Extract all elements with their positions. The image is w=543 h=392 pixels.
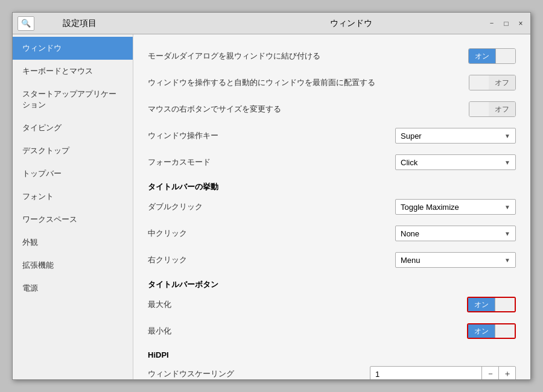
chevron-down-icon: ▼ [504, 204, 510, 210]
sidebar-item-label: 外観 [22, 238, 38, 247]
search-button[interactable]: 🔍 [17, 16, 34, 31]
minimize-btn-label: 最小化 [148, 326, 467, 337]
sidebar-item-label: デスクトップ [22, 146, 69, 155]
chevron-down-icon: ▼ [504, 133, 510, 139]
content-area: ウィンドウ キーボードとマウス スタートアップアプリケーション タイピング デス… [13, 34, 530, 379]
minimize-btn-off[interactable] [495, 324, 515, 338]
auto-raise-toggle[interactable]: オフ [469, 75, 516, 90]
right-click-value: Menu [401, 256, 421, 265]
sidebar-item-label: ワークスペース [22, 215, 77, 224]
modal-dialog-label: モーダルダイアログを親ウィンドウに結び付ける [148, 51, 468, 62]
sidebar-item-label: トップバー [22, 169, 62, 178]
window-controls: － □ × [487, 19, 526, 28]
focus-mode-label: フォーカスモード [148, 157, 395, 168]
sidebar-item-label: キーボードとマウス [22, 66, 93, 75]
right-btn-resize-toggle[interactable]: オフ [469, 101, 516, 117]
close-window-button[interactable]: × [516, 19, 526, 28]
scaling-increase-button[interactable]: ＋ [498, 366, 515, 379]
main-window: 🔍 設定項目 ウィンドウ － □ × ウィンドウ キーボードとマウス スタートア… [12, 12, 531, 380]
window-action-key-label: ウィンドウ操作キー [148, 130, 395, 141]
chevron-down-icon: ▼ [504, 159, 510, 166]
sidebar-item-font[interactable]: フォント [13, 185, 133, 208]
titlebar-buttons-header: タイトルバーボタン [148, 279, 516, 290]
sidebar-item-keyboard-mouse[interactable]: キーボードとマウス [13, 60, 133, 83]
sidebar-item-power[interactable]: 電源 [13, 277, 133, 300]
sidebar-item-workspace[interactable]: ワークスペース [13, 208, 133, 231]
right-click-dropdown[interactable]: Menu ▼ [395, 252, 516, 268]
modal-dialog-on-btn[interactable]: オン [469, 49, 496, 63]
maximize-btn-off[interactable] [495, 298, 515, 311]
window-title: ウィンドウ [306, 18, 396, 29]
auto-raise-label: ウィンドウを操作すると自動的にウィンドウを最前面に配置する [148, 77, 469, 88]
sidebar-item-startup[interactable]: スタートアップアプリケーション [13, 83, 133, 116]
middle-click-label: 中クリック [148, 228, 395, 239]
sidebar-item-desktop[interactable]: デスクトップ [13, 139, 133, 162]
sidebar-item-window[interactable]: ウィンドウ [13, 37, 133, 60]
double-click-row: ダブルクリック Toggle Maximize ▼ [148, 197, 516, 217]
right-btn-resize-off-btn[interactable]: オフ [489, 102, 515, 116]
sidebar-item-extension[interactable]: 拡張機能 [13, 254, 133, 277]
modal-dialog-off-btn[interactable] [496, 49, 515, 63]
sidebar: ウィンドウ キーボードとマウス スタートアップアプリケーション タイピング デス… [13, 34, 133, 379]
minimize-btn-toggle[interactable]: オン [467, 323, 516, 339]
titlebar-behavior-header: タイトルバーの挙動 [148, 182, 516, 192]
window-action-key-value: Super [401, 131, 422, 141]
middle-click-value: None [401, 229, 419, 238]
right-btn-resize-row: マウスの右ボタンでサイズを変更する オフ [148, 100, 516, 119]
window-scaling-input-group: － ＋ [370, 366, 516, 379]
sidebar-item-typing[interactable]: タイピング [13, 116, 133, 139]
modal-dialog-toggle[interactable]: オン [468, 48, 516, 64]
auto-raise-on-btn[interactable] [469, 75, 489, 90]
sidebar-item-appearance[interactable]: 外観 [13, 231, 133, 254]
maximize-btn-label: 最大化 [148, 299, 467, 310]
scaling-decrease-button[interactable]: － [481, 366, 498, 379]
double-click-dropdown[interactable]: Toggle Maximize ▼ [395, 199, 516, 215]
auto-raise-row: ウィンドウを操作すると自動的にウィンドウを最前面に配置する オフ [148, 73, 516, 92]
sidebar-item-label: スタートアップアプリケーション [22, 89, 116, 109]
sidebar-section-title: 設定項目 [34, 18, 125, 29]
titlebar: 🔍 設定項目 ウィンドウ － □ × [13, 13, 530, 34]
middle-click-row: 中クリック None ▼ [148, 224, 516, 243]
maximize-btn-toggle[interactable]: オン [467, 297, 516, 312]
maximize-btn-row: 最大化 オン [148, 295, 516, 314]
window-scaling-row: ウィンドウスケーリング － ＋ [148, 364, 516, 379]
focus-mode-row: フォーカスモード Click ▼ [148, 153, 516, 172]
right-btn-resize-on-btn[interactable] [469, 102, 489, 116]
focus-mode-dropdown[interactable]: Click ▼ [395, 154, 516, 170]
window-scaling-label: ウィンドウスケーリング [148, 368, 370, 379]
auto-raise-off-btn[interactable]: オフ [489, 75, 515, 90]
window-scaling-input[interactable] [370, 370, 481, 379]
window-action-key-row: ウィンドウ操作キー Super ▼ [148, 126, 516, 145]
sidebar-item-topbar[interactable]: トップバー [13, 162, 133, 185]
minimize-window-button[interactable]: － [487, 19, 497, 28]
window-action-key-dropdown[interactable]: Super ▼ [395, 128, 516, 144]
sidebar-item-label: 拡張機能 [22, 261, 54, 270]
minimize-btn-on[interactable]: オン [468, 324, 495, 338]
main-content: モーダルダイアログを親ウィンドウに結び付ける オン ウィンドウを操作すると自動的… [133, 34, 530, 379]
sidebar-item-label: フォント [22, 192, 54, 201]
sidebar-item-label: タイピング [22, 123, 62, 132]
maximize-window-button[interactable]: □ [501, 19, 511, 28]
chevron-down-icon: ▼ [504, 230, 510, 237]
focus-mode-value: Click [401, 158, 418, 167]
sidebar-item-label: 電源 [22, 283, 38, 292]
sidebar-item-label: ウィンドウ [22, 43, 62, 52]
right-click-label: 右クリック [148, 254, 395, 265]
modal-dialog-row: モーダルダイアログを親ウィンドウに結び付ける オン [148, 46, 516, 66]
middle-click-dropdown[interactable]: None ▼ [395, 226, 516, 241]
double-click-value: Toggle Maximize [401, 203, 459, 212]
double-click-label: ダブルクリック [148, 201, 395, 212]
hidpi-header: HiDPI [148, 350, 516, 359]
search-icon: 🔍 [21, 19, 31, 28]
right-btn-resize-label: マウスの右ボタンでサイズを変更する [148, 104, 469, 115]
chevron-down-icon: ▼ [504, 257, 510, 264]
right-click-row: 右クリック Menu ▼ [148, 250, 516, 270]
minimize-btn-row: 最小化 オン [148, 321, 516, 341]
maximize-btn-on[interactable]: オン [468, 298, 495, 311]
